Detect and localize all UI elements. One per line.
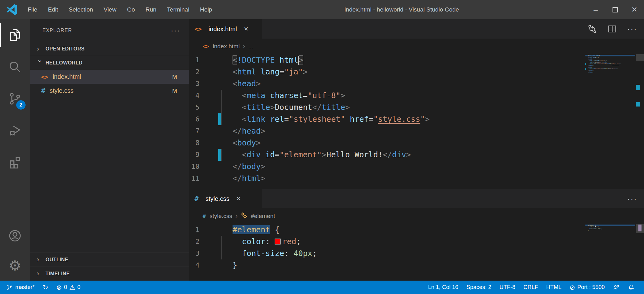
breadcrumb-separator: › (235, 212, 238, 220)
notifications-button[interactable] (628, 284, 635, 291)
css-file-icon: # (41, 87, 45, 95)
code-line[interactable]: 5 <title>Document</title> (189, 102, 644, 113)
activity-run-debug-button[interactable] (0, 115, 30, 146)
menu-selection[interactable]: Selection (63, 0, 98, 19)
explorer-more-actions-icon[interactable]: ··· (171, 26, 180, 35)
close-tab-icon[interactable]: ✕ (236, 195, 241, 202)
code-line[interactable]: 7</head> (189, 125, 644, 137)
editor-group-html: <> index.html ✕ ··· <> index.html › ... … (189, 19, 644, 189)
code-line[interactable]: 9 <div id="element">Hello World!</div> (189, 149, 644, 161)
activity-explorer-button[interactable] (0, 19, 30, 51)
menu-terminal[interactable]: Terminal (162, 0, 195, 19)
section-timeline[interactable]: › TIMELINE (30, 267, 189, 281)
close-tab-icon[interactable]: ✕ (244, 26, 248, 32)
status-bar: master* ↻ ⊗ 0 ⚠ 0 Ln 1, Col 16 Spaces: 2… (0, 281, 644, 294)
files-icon (8, 28, 22, 42)
html-file-icon: <> (203, 43, 209, 50)
code-line[interactable]: 3 font-size: 40px; (189, 248, 644, 259)
window-controls: – ✕ (586, 0, 644, 19)
status-right: Ln 1, Col 16 Spaces: 2 UTF-8 CRLF HTML ⊘… (428, 284, 635, 291)
overview-ruler[interactable] (636, 54, 644, 184)
git-branch-status[interactable]: master* (6, 284, 35, 291)
activity-bar-bottom: ⚙ (0, 221, 30, 281)
tab-index-html[interactable]: <> index.html ✕ (189, 19, 262, 39)
menu-view[interactable]: View (99, 0, 122, 19)
source-control-badge: 2 (16, 100, 26, 110)
breadcrumb: <> index.html › ... (189, 39, 644, 54)
live-server-port-status[interactable]: ⊘ Port : 5500 (570, 284, 605, 291)
activity-source-control-button[interactable]: 2 (0, 83, 30, 115)
split-editor-icon[interactable] (607, 24, 617, 34)
tab-style-css[interactable]: # style.css ✕ (189, 189, 262, 208)
indentation-status[interactable]: Spaces: 2 (466, 284, 491, 291)
eol-status[interactable]: CRLF (523, 284, 538, 291)
code-line[interactable]: 11</html> (189, 173, 644, 184)
tab-label: index.html (209, 26, 237, 33)
settings-button[interactable]: ⚙ (0, 251, 30, 281)
section-outline-wrap: › OUTLINE (30, 253, 189, 267)
language-mode-status[interactable]: HTML (546, 284, 561, 291)
editor-actions: ··· (627, 189, 637, 208)
activity-bar: 2 ⚙ (0, 19, 30, 281)
breadcrumb: # style.css › #element (189, 208, 644, 224)
breadcrumb-symbol[interactable]: #element (251, 213, 275, 220)
breadcrumb-tail[interactable]: ... (248, 43, 253, 50)
section-open-editors[interactable]: › OPEN EDITORS (30, 42, 189, 56)
feedback-button[interactable] (613, 284, 620, 291)
activity-search-button[interactable] (0, 51, 30, 83)
menu-run[interactable]: Run (140, 0, 162, 19)
feedback-icon (613, 284, 620, 291)
account-button[interactable] (0, 221, 30, 251)
encoding-status[interactable]: UTF-8 (499, 284, 515, 291)
close-window-button[interactable]: ✕ (625, 0, 644, 19)
html-file-icon: <> (195, 26, 202, 32)
code-line[interactable]: 1<!DOCTYPE html> (189, 54, 644, 66)
maximize-button[interactable] (605, 0, 625, 19)
minimap[interactable]: #element { color: red; font-size: 40px;} (585, 225, 635, 231)
file-row-index-html[interactable]: <> index.html M (30, 70, 189, 84)
section-outline[interactable]: › OUTLINE (30, 253, 189, 267)
code-line[interactable]: 3<head> (189, 78, 644, 90)
tab-label: style.css (205, 195, 229, 202)
minimap[interactable]: <!DOCTYPE html><html lang="ja"><head> <m… (585, 55, 635, 73)
breadcrumb-file[interactable]: index.html (213, 43, 240, 50)
code-line[interactable]: 10</body> (189, 161, 644, 173)
problems-status[interactable]: ⊗ 0 ⚠ 0 (56, 284, 80, 291)
symbol-id-icon (241, 212, 248, 220)
code-line[interactable]: 4 <meta charset="utf-8"> (189, 90, 644, 102)
menu-bar: File Edit Selection View Go Run Terminal… (22, 0, 218, 19)
branch-icon (6, 284, 13, 291)
activity-extensions-button[interactable] (0, 146, 30, 178)
menu-edit[interactable]: Edit (43, 0, 64, 19)
code-lines: 1#element {2 color: red;3 font-size: 40p… (189, 224, 644, 271)
section-timeline-wrap: › TIMELINE (30, 267, 189, 281)
overview-ruler[interactable] (636, 224, 644, 277)
code-line[interactable]: 8<body> (189, 137, 644, 149)
section-folder-helloworld[interactable]: › HELLOWORLD (30, 56, 189, 70)
git-modified-gutter-marker (218, 113, 221, 125)
file-row-style-css[interactable]: # style.css M (30, 84, 189, 98)
breadcrumb-file[interactable]: style.css (209, 213, 232, 220)
more-actions-icon[interactable]: ··· (627, 194, 637, 204)
workbench: 2 ⚙ EXPLORER ··· › OPEN EDITORS › H (0, 19, 644, 281)
git-modified-badge: M (172, 88, 177, 94)
code-line[interactable]: 6 <link rel="stylesheet" href="style.css… (189, 113, 644, 125)
code-line[interactable]: 2 color: red; (189, 236, 644, 248)
cursor-position-status[interactable]: Ln 1, Col 16 (428, 284, 458, 291)
menu-help[interactable]: Help (195, 0, 217, 19)
circle-slash-icon: ⊘ (570, 284, 575, 291)
menu-go[interactable]: Go (122, 0, 140, 19)
tab-bar: <> index.html ✕ ··· (189, 19, 644, 39)
minimize-button[interactable]: – (586, 0, 605, 19)
code-line[interactable]: 2<html lang="ja"> (189, 66, 644, 78)
code-editor-html[interactable]: 1<!DOCTYPE html>2<html lang="ja">3<head>… (189, 54, 644, 184)
maximize-icon (613, 7, 618, 12)
code-line[interactable]: 1#element { (189, 224, 644, 236)
menu-file[interactable]: File (22, 0, 43, 19)
more-actions-icon[interactable]: ··· (627, 24, 637, 34)
open-changes-icon[interactable] (587, 24, 597, 34)
code-line[interactable]: 4} (189, 259, 644, 271)
sync-button[interactable]: ↻ (43, 284, 48, 291)
extensions-icon (8, 155, 22, 169)
code-editor-css[interactable]: 1#element {2 color: red;3 font-size: 40p… (189, 224, 644, 277)
